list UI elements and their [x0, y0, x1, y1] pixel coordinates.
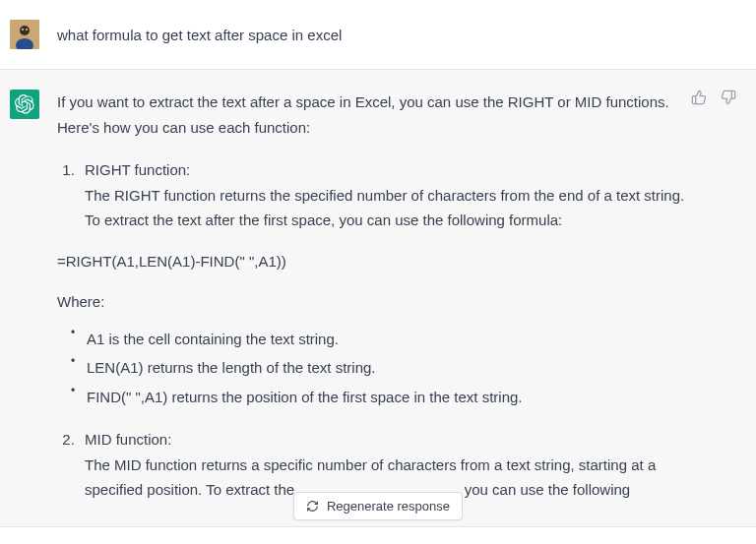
feedback-controls [689, 88, 738, 107]
list-item: A1 is the cell containing the text strin… [71, 327, 687, 352]
thumbs-down-button[interactable] [719, 88, 738, 107]
svg-point-4 [26, 29, 28, 30]
user-avatar [10, 20, 39, 49]
user-message-text: what formula to get text after space in … [57, 20, 746, 49]
where-label: Where: [57, 289, 687, 315]
item-title: RIGHT function: [85, 157, 687, 183]
item-title: MID function: [85, 427, 687, 453]
assistant-message: If you want to extract the text after a … [0, 69, 756, 527]
list-item: LEN(A1) returns the length of the text s… [71, 355, 687, 381]
svg-point-3 [22, 29, 24, 30]
list-item: FIND(" ",A1) returns the position of the… [71, 385, 687, 410]
user-avatar-image [10, 20, 39, 49]
assistant-avatar [10, 90, 39, 119]
assistant-message-content: If you want to extract the text after a … [57, 90, 746, 507]
thumbs-up-button[interactable] [689, 88, 709, 107]
formula-text: =RIGHT(A1,LEN(A1)-FIND(" ",A1)) [57, 249, 687, 274]
list-item: RIGHT function: The RIGHT function retur… [79, 157, 687, 233]
refresh-icon [306, 500, 319, 513]
function-list: RIGHT function: The RIGHT function retur… [57, 157, 687, 233]
item-description: The RIGHT function returns the specified… [85, 183, 687, 233]
regenerate-button[interactable]: Regenerate response [293, 492, 463, 520]
openai-logo-icon [15, 94, 34, 114]
assistant-intro-text: If you want to extract the text after a … [57, 90, 687, 140]
svg-point-1 [20, 26, 30, 35]
thumbs-up-icon [691, 90, 707, 105]
user-message: what formula to get text after space in … [0, 0, 756, 69]
where-bullets: A1 is the cell containing the text strin… [57, 327, 687, 410]
thumbs-down-icon [721, 90, 736, 105]
regenerate-label: Regenerate response [327, 499, 450, 514]
